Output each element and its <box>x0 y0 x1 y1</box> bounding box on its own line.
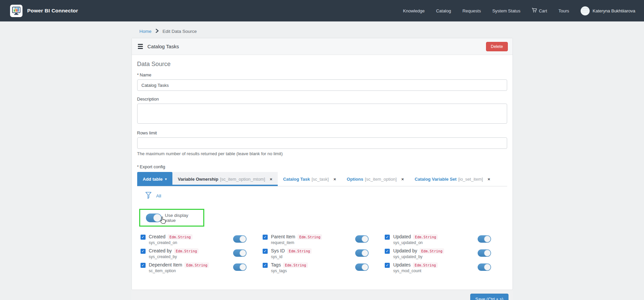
field-toggle[interactable] <box>233 263 247 271</box>
field-type-badge: Edm.String <box>413 234 438 240</box>
caret-down-icon: ▾ <box>165 177 167 181</box>
field-system-name: request_item <box>271 240 322 245</box>
field-label: Dependent Item <box>149 262 182 267</box>
tab-table-name: [io_set_item] <box>458 177 483 182</box>
export-table-tab[interactable]: Catalog Variable Set [io_set_item] × <box>409 172 495 186</box>
field-row: ✓ Sys IDEdm.String sys_id <box>263 248 385 262</box>
field-toggle[interactable] <box>478 249 491 257</box>
close-icon[interactable]: × <box>333 177 336 182</box>
field-toggle[interactable] <box>478 235 491 243</box>
export-tabbar: Add table▾ Variable Ownership [sc_item_o… <box>137 172 507 186</box>
field-row: ✓ Parent ItemEdm.String request_item <box>263 234 385 248</box>
add-table-button[interactable]: Add table▾ <box>137 172 173 186</box>
field-toggle[interactable] <box>355 235 369 243</box>
filter-funnel-icon[interactable] <box>145 192 152 200</box>
export-table-tab[interactable]: Options [sc_item_option] × <box>341 172 409 186</box>
field-label: Created by <box>149 248 172 253</box>
field-type-badge: Edm.String <box>420 248 444 254</box>
user-menu[interactable]: Kateryna Bukhtiiarova <box>581 6 635 15</box>
data-source-panel: Catalog Tasks Delete Data Source *Name D… <box>131 38 513 290</box>
save-button[interactable]: Save (Ctrl + s) <box>470 294 508 300</box>
close-icon[interactable]: × <box>270 177 272 182</box>
name-input[interactable] <box>137 79 507 91</box>
field-system-name: sys_id <box>271 254 312 259</box>
export-config-label: *Export config <box>137 164 507 169</box>
nav-system-status[interactable]: System Status <box>492 8 521 13</box>
description-label: Description <box>137 97 507 102</box>
field-toggle[interactable] <box>478 263 491 271</box>
use-display-value-label: Use display value <box>165 213 200 223</box>
use-display-value-highlight: Use display value <box>139 209 204 227</box>
field-row: ✓ UpdatesEdm.String sys_mod_count <box>385 262 507 276</box>
field-toggle[interactable] <box>355 249 369 257</box>
field-checkbox[interactable]: ✓ <box>263 249 268 254</box>
field-checkbox[interactable]: ✓ <box>263 235 268 240</box>
cart-icon <box>532 8 537 14</box>
field-row: ✓ Dependent ItemEdm.String sc_item_optio… <box>141 262 263 276</box>
nav-requests[interactable]: Requests <box>463 8 481 13</box>
name-label: *Name <box>137 72 507 77</box>
field-system-name: sys_tags <box>271 268 308 274</box>
export-table-tab[interactable]: Catalog Task [sc_task] × <box>278 172 341 186</box>
field-row: ✓ Created byEdm.String sys_created_by <box>141 248 263 262</box>
field-type-badge: Edm.String <box>283 262 308 268</box>
panel-title: Catalog Tasks <box>148 44 179 49</box>
field-label: Updates <box>393 262 411 267</box>
close-icon[interactable]: × <box>401 177 404 182</box>
nav-knowledge[interactable]: Knowledge <box>403 8 425 13</box>
top-navbar: Power BI Connector Knowledge Catalog Req… <box>0 0 644 21</box>
field-type-badge: Edm.String <box>168 234 192 240</box>
field-checkbox[interactable]: ✓ <box>141 263 146 268</box>
field-system-name: sys_updated_by <box>393 254 444 259</box>
nav-cart[interactable]: Cart <box>532 8 547 14</box>
tab-label: Variable Ownership <box>178 177 218 182</box>
nav-cart-label: Cart <box>539 8 547 13</box>
fields-grid: ✓ CreatedEdm.String sys_created_on ✓ <box>141 234 507 276</box>
section-title: Data Source <box>137 61 507 68</box>
field-toggle[interactable] <box>355 263 369 271</box>
tab-table-name: [sc_item_option_mtom] <box>220 177 265 182</box>
field-label: Sys ID <box>271 248 285 253</box>
field-label: Tags <box>271 262 281 267</box>
export-table-tab[interactable]: Variable Ownership [sc_item_option_mtom]… <box>172 172 278 186</box>
delete-button[interactable]: Delete <box>486 42 507 51</box>
field-checkbox[interactable]: ✓ <box>141 235 146 240</box>
nav-tours[interactable]: Tours <box>558 8 569 13</box>
filter-all-link[interactable]: All <box>156 193 161 198</box>
field-type-badge: Edm.String <box>298 234 322 240</box>
field-row: ✓ CreatedEdm.String sys_created_on <box>141 234 263 248</box>
field-type-badge: Edm.String <box>184 262 209 268</box>
menu-icon[interactable] <box>138 44 143 49</box>
field-row: ✓ UpdatedEdm.String sys_updated_on <box>385 234 507 248</box>
rows-limit-input[interactable] <box>137 137 507 149</box>
field-toggle[interactable] <box>233 249 247 257</box>
field-checkbox[interactable]: ✓ <box>263 263 268 268</box>
field-system-name: sys_created_on <box>149 240 193 245</box>
field-row: ✓ TagsEdm.String sys_tags <box>263 262 385 276</box>
field-toggle[interactable] <box>233 235 247 243</box>
breadcrumb-home-link[interactable]: Home <box>140 29 152 34</box>
field-label: Updated by <box>393 248 417 253</box>
chevron-right-icon <box>156 29 159 34</box>
tab-table-name: [sc_item_option] <box>365 177 397 182</box>
app-title: Power BI Connector <box>27 8 78 14</box>
field-label: Created <box>149 234 166 239</box>
field-checkbox[interactable]: ✓ <box>385 235 390 240</box>
field-system-name: sys_mod_count <box>393 268 437 274</box>
user-avatar <box>581 6 590 15</box>
use-display-value-toggle[interactable] <box>146 214 162 222</box>
hand-cursor-icon <box>160 217 166 225</box>
field-row: ✓ Updated byEdm.String sys_updated_by <box>385 248 507 262</box>
filter-row: All <box>145 192 507 200</box>
nav-catalog[interactable]: Catalog <box>436 8 451 13</box>
field-checkbox[interactable]: ✓ <box>141 249 146 254</box>
field-type-badge: Edm.String <box>413 262 437 268</box>
breadcrumb: Home Edit Data Source <box>140 29 513 34</box>
field-checkbox[interactable]: ✓ <box>385 263 390 268</box>
field-system-name: sc_item_option <box>149 268 209 274</box>
field-system-name: sys_created_by <box>149 254 199 259</box>
field-label: Parent Item <box>271 234 295 239</box>
field-checkbox[interactable]: ✓ <box>385 249 390 254</box>
close-icon[interactable]: × <box>488 177 490 182</box>
description-input[interactable] <box>137 104 507 124</box>
